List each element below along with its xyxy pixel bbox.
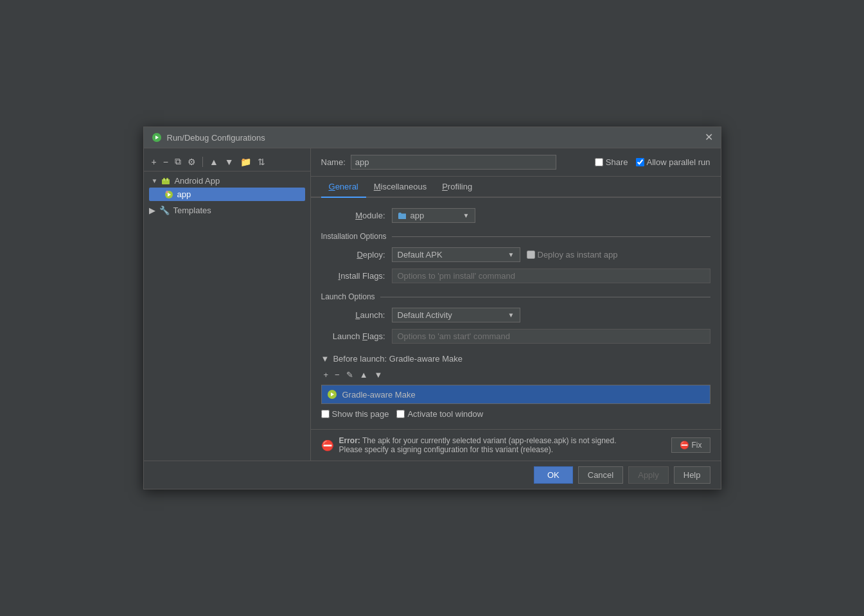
before-launch-arrow: ▼ <box>321 354 330 364</box>
module-value: app <box>410 211 425 220</box>
folder-icon <box>398 212 407 220</box>
app-icon <box>152 132 162 143</box>
remove-config-button[interactable]: − <box>161 155 171 168</box>
name-row: Name: <box>321 155 556 170</box>
fix-icon: ⛔ <box>680 441 689 450</box>
launch-options-label: Launch Options <box>321 292 375 301</box>
fix-label: Fix <box>692 441 702 450</box>
help-button[interactable]: Help <box>674 466 710 484</box>
before-launch-edit-button[interactable]: ✎ <box>344 369 356 381</box>
before-launch-remove-button[interactable]: − <box>332 369 342 381</box>
installation-options-label: Installation Options <box>321 232 387 241</box>
svg-point-6 <box>167 179 168 180</box>
sidebar-toolbar: + − ⧉ ⚙ ▲ ▼ 📁 ⇅ <box>144 152 310 172</box>
error-line1: The apk for your currently selected vari… <box>362 436 617 445</box>
dialog-body: + − ⧉ ⚙ ▲ ▼ 📁 ⇅ ▼ <box>144 148 721 461</box>
title-bar: Run/Debug Configurations ✕ <box>144 127 721 148</box>
main-content: Module: app ▼ Installation Options <box>311 198 721 429</box>
error-bold: Error: <box>339 436 360 445</box>
deploy-row: Deploy: Default APK ▼ Deploy as instant … <box>321 247 710 262</box>
android-app-label: Android App <box>174 176 220 186</box>
android-app-group: ▼ Android App <box>144 172 310 204</box>
fix-button[interactable]: ⛔ Fix <box>671 437 710 453</box>
deploy-label: Deploy: <box>321 250 385 260</box>
deploy-select[interactable]: Default APK ▼ <box>392 247 520 262</box>
android-icon <box>161 177 170 186</box>
launch-label: Launch: <box>321 310 385 320</box>
tab-miscellaneous-label: Miscellaneous <box>374 182 427 191</box>
before-launch-label: Before launch: Gradle-aware Make <box>333 354 463 364</box>
install-flags-input[interactable] <box>392 268 710 283</box>
svg-point-9 <box>166 191 168 193</box>
settings-config-button[interactable]: ⚙ <box>185 155 198 168</box>
svg-rect-2 <box>162 179 170 184</box>
module-dropdown-arrow: ▼ <box>463 212 470 219</box>
folder-button[interactable]: 📁 <box>238 155 254 168</box>
cancel-button[interactable]: Cancel <box>578 466 623 484</box>
error-line2: Please specify a signing configuration f… <box>339 445 554 454</box>
before-launch-item-label: Gradle-aware Make <box>342 390 416 400</box>
before-launch-down-button[interactable]: ▼ <box>372 369 385 381</box>
name-label: Name: <box>321 157 346 167</box>
module-row: Module: app ▼ <box>321 208 710 223</box>
sidebar-item-app[interactable]: app <box>149 188 305 201</box>
tab-general-label: General <box>329 182 358 191</box>
launch-value: Default Activity <box>398 310 452 320</box>
tab-general[interactable]: General <box>321 177 366 198</box>
tab-miscellaneous[interactable]: Miscellaneous <box>366 177 434 198</box>
svg-point-5 <box>164 179 165 180</box>
launch-row: Launch: Default Activity ▼ <box>321 308 710 322</box>
error-text: Error: The apk for your currently select… <box>339 436 666 454</box>
launch-flags-label: Launch Flags: <box>321 331 385 341</box>
before-launch-section: ▼ Before launch: Gradle-aware Make + − ✎… <box>321 354 710 419</box>
launch-select[interactable]: Default Activity ▼ <box>392 308 520 322</box>
show-page-label: Show this page <box>332 409 389 419</box>
header-right: Share Allow parallel run <box>595 157 710 167</box>
copy-config-button[interactable]: ⧉ <box>172 155 184 168</box>
error-icon: ⛔ <box>321 439 334 452</box>
name-input[interactable] <box>351 155 556 170</box>
launch-options-separator: Launch Options <box>321 292 710 301</box>
expand-arrow: ▼ <box>152 177 158 184</box>
share-checkbox[interactable] <box>595 158 603 166</box>
instant-app-checkbox[interactable] <box>527 251 535 259</box>
tab-profiling[interactable]: Profiling <box>434 177 480 198</box>
activate-window-checkbox-label: Activate tool window <box>396 409 483 419</box>
close-button[interactable]: ✕ <box>705 132 713 143</box>
content-header: Name: Share Allow parallel run <box>311 148 721 177</box>
show-page-checkbox[interactable] <box>321 410 330 418</box>
move-up-button[interactable]: ▲ <box>207 155 221 168</box>
sort-button[interactable]: ⇅ <box>255 155 268 168</box>
install-flags-label: Install Flags: <box>321 271 385 281</box>
before-launch-add-button[interactable]: + <box>321 369 331 381</box>
apply-button: Apply <box>628 466 669 484</box>
ok-button[interactable]: OK <box>534 466 573 484</box>
before-launch-toolbar: + − ✎ ▲ ▼ <box>321 369 710 381</box>
share-checkbox-group: Share <box>595 157 628 167</box>
templates-label: Templates <box>173 206 211 215</box>
activate-window-label: Activate tool window <box>407 409 483 419</box>
before-launch-item[interactable]: Gradle-aware Make <box>322 385 710 403</box>
parallel-run-checkbox[interactable] <box>636 158 644 166</box>
instant-app-label: Deploy as instant app <box>538 250 618 260</box>
android-app-header[interactable]: ▼ Android App <box>149 174 305 188</box>
show-options-row: Show this page Activate tool window <box>321 409 710 419</box>
before-launch-up-button[interactable]: ▲ <box>357 369 371 381</box>
toolbar-separator <box>202 157 203 167</box>
templates-header[interactable]: ▶ 🔧 Templates <box>144 204 310 217</box>
module-select[interactable]: app ▼ <box>392 208 475 223</box>
tab-profiling-label: Profiling <box>442 182 472 191</box>
activate-window-checkbox[interactable] <box>396 410 405 418</box>
sep-line-2 <box>380 297 710 297</box>
add-config-button[interactable]: + <box>149 155 159 168</box>
launch-flags-row: Launch Flags: <box>321 329 710 344</box>
dialog-footer: OK Cancel Apply Help <box>144 461 721 489</box>
before-launch-header: ▼ Before launch: Gradle-aware Make <box>321 354 710 364</box>
parallel-run-checkbox-group: Allow parallel run <box>636 157 710 167</box>
installation-options-separator: Installation Options <box>321 232 710 241</box>
launch-flags-input[interactable] <box>392 329 710 344</box>
before-launch-list: Gradle-aware Make <box>321 385 710 404</box>
content-area: Name: Share Allow parallel run <box>311 148 721 461</box>
sep-line-1 <box>392 236 710 237</box>
move-down-button[interactable]: ▼ <box>222 155 236 168</box>
